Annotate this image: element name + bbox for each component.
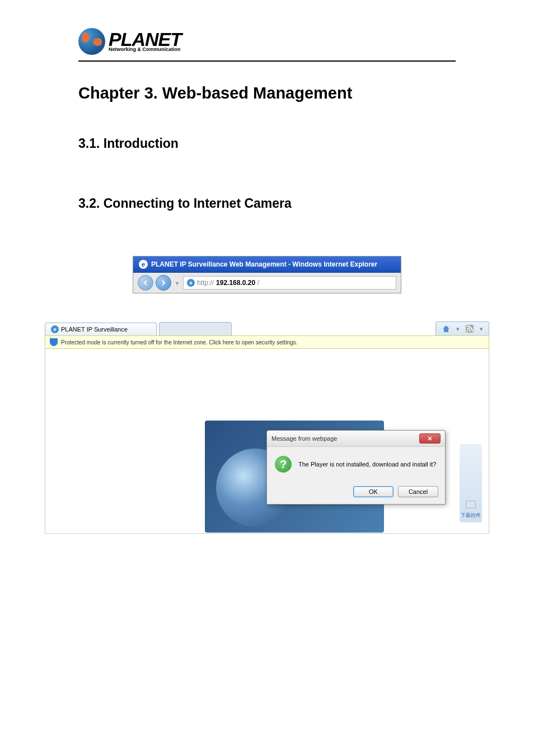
- ok-button[interactable]: OK: [353, 486, 394, 497]
- logo: PLANET Networking & Communication: [78, 28, 489, 55]
- header-divider: [78, 60, 456, 62]
- browser-toolbar: ▾ e http://192.168.0.20/: [133, 273, 401, 293]
- tab-favicon-icon: e: [51, 325, 59, 333]
- browser-titlebar: e PLANET IP Surveillance Web Management …: [133, 256, 401, 273]
- question-icon: ?: [275, 456, 292, 473]
- home-dropdown-icon[interactable]: ▾: [456, 325, 460, 333]
- cancel-button[interactable]: Cancel: [398, 486, 438, 497]
- browser-command-bar: ▾ ▾: [435, 321, 489, 335]
- browser-tab-new[interactable]: [159, 322, 232, 335]
- ie-icon: e: [139, 260, 148, 269]
- url-prefix: http://: [197, 279, 214, 287]
- rss-icon[interactable]: [465, 324, 474, 333]
- rss-dropdown-icon[interactable]: ▾: [480, 325, 483, 333]
- chapter-title: Chapter 3. Web-based Management: [78, 84, 456, 102]
- security-infobar[interactable]: Protected mode is currently turned off f…: [45, 335, 489, 349]
- dialog-titlebar: Message from webpage: [267, 431, 445, 447]
- svg-point-1: [467, 330, 469, 332]
- section-1-title: 3.1. Introduction: [78, 136, 456, 151]
- browser-tab-active[interactable]: e PLANET IP Surveillance: [45, 323, 157, 335]
- logo-brand: PLANET: [109, 31, 181, 48]
- dialog-title-text: Message from webpage: [271, 435, 337, 442]
- shield-icon: [50, 338, 58, 346]
- forward-button[interactable]: [156, 275, 171, 291]
- tab-title: PLANET IP Surveillance: [61, 326, 128, 333]
- browser-title-text: PLANET IP Surveillance Web Management - …: [151, 260, 377, 268]
- logo-text-wrap: PLANET Networking & Communication: [109, 31, 181, 53]
- dialog-body: ? The Player is not installed, download …: [267, 447, 445, 482]
- dialog-buttons: OK Cancel: [267, 482, 445, 504]
- infobar-text: Protected mode is currently turned off f…: [61, 339, 297, 346]
- page-icon: e: [187, 279, 195, 287]
- section-2-title: 3.2. Connecting to Internet Camera: [78, 196, 456, 211]
- dialog-close-button[interactable]: [419, 433, 441, 444]
- logo-globe-icon: [78, 28, 105, 55]
- close-icon: [427, 436, 433, 441]
- browser-content: 下载控件 Message from webpage ? The Player i…: [45, 349, 489, 534]
- right-panel: 下载控件: [460, 444, 482, 522]
- dialog-message: The Player is not installed, download an…: [298, 461, 436, 468]
- logo-tagline: Networking & Communication: [109, 46, 181, 52]
- download-plugin-label[interactable]: 下载控件: [461, 512, 481, 519]
- back-button[interactable]: [138, 275, 153, 291]
- browser-screenshot-addressbar: e PLANET IP Surveillance Web Management …: [133, 256, 401, 293]
- url-suffix: /: [257, 279, 259, 287]
- right-panel-box-icon: [466, 501, 476, 508]
- address-bar[interactable]: e http://192.168.0.20/: [183, 276, 396, 290]
- nav-history-dropdown-icon[interactable]: ▾: [176, 280, 179, 286]
- browser-screenshot-dialog: e PLANET IP Surveillance ▾ ▾ Protected m…: [45, 321, 489, 534]
- home-icon[interactable]: [442, 324, 451, 333]
- browser-tabs: e PLANET IP Surveillance ▾ ▾: [45, 321, 489, 335]
- url-host: 192.168.0.20: [216, 279, 255, 287]
- message-dialog: Message from webpage ? The Player is not…: [266, 430, 446, 505]
